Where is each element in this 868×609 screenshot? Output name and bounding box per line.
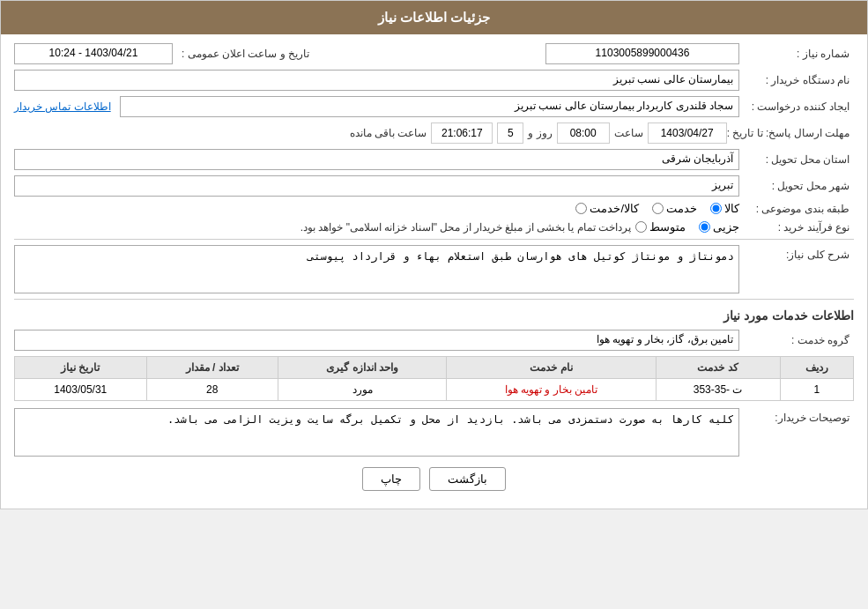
row-namDastgah: نام دستگاه خریدار : بیمارستان عالی نسب ت… [14, 70, 854, 91]
row-mohlat: مهلت ارسال پاسخ: تا تاریخ : 1403/04/27 س… [14, 123, 854, 144]
label-ijadKonande: ایجاد کننده درخواست : [739, 100, 854, 113]
label-tabaqe: طبقه بندی موضوعی : [739, 203, 854, 215]
row-shahr: شهر محل تحویل : تبریز [14, 175, 854, 197]
print-button[interactable]: چاپ [362, 467, 420, 491]
label-mohlat: مهلت ارسال پاسخ: تا تاریخ : [727, 127, 854, 139]
radio-jozee[interactable]: جزیی [699, 220, 739, 234]
table-row: 1 ت -35-353 تامین بخار و تهویه هوا مورد … [15, 379, 854, 401]
label-remain: ساعت باقی مانده [350, 127, 427, 139]
row-tosif: توصیحات خریدار: [14, 408, 854, 457]
value-ostan: آذربایجان شرقی [14, 149, 739, 170]
tabaqe-radio-group: کالا/خدمت خدمت کالا [575, 202, 739, 215]
cell-vahedAndaze: مورد [278, 379, 446, 401]
table-header: ردیف کد خدمت نام خدمت واحد اندازه گیری ت… [15, 357, 854, 379]
cell-tedad: 28 [146, 379, 278, 401]
row-shomareNiaz: شماره نیاز : 1103005899000436 تاریخ و سا… [14, 43, 854, 64]
radio-kalaKhedmat[interactable]: کالا/خدمت [575, 202, 639, 215]
col-tarikhNiaz: تاریخ نیاز [15, 357, 147, 379]
radio-motavasset[interactable]: متوسط [635, 220, 686, 234]
link-contactInfo[interactable]: اطلاعات تماس خریدار [14, 100, 111, 113]
radio-kala[interactable]: کالا [710, 202, 739, 215]
value-groheKhedmat: تامین برق، گاز، بخار و تهویه هوا [14, 330, 739, 351]
row-tabaqe: طبقه بندی موضوعی : کالا/خدمت خدمت کالا [14, 202, 854, 215]
value-saat: 08:00 [557, 123, 610, 144]
divider-2 [14, 299, 854, 300]
label-sharhKoli: شرح کلی نیاز: [739, 245, 854, 261]
textarea-sharhKoli[interactable] [14, 245, 739, 293]
row-sharhKoli: شرح کلی نیاز: [14, 245, 854, 293]
col-vahedAndaze: واحد اندازه گیری [278, 357, 446, 379]
value-shahr: تبریز [14, 175, 739, 197]
col-namKhedmat: نام خدمت [447, 357, 656, 379]
cell-tarikhNiaz: 1403/05/31 [15, 379, 147, 401]
page-title: جزئیات اطلاعات نیاز [378, 10, 490, 25]
row-ijadKonande: ایجاد کننده درخواست : سجاد قلندری کاربرد… [14, 96, 854, 117]
services-table: ردیف کد خدمت نام خدمت واحد اندازه گیری ت… [14, 356, 854, 401]
page-header: جزئیات اطلاعات نیاز [1, 1, 867, 34]
label-shahr: شهر محل تحویل : [739, 180, 854, 192]
cell-namKhedmat: تامین بخار و تهویه هوا [447, 379, 656, 401]
row-groheKhedmat: گروه خدمت : تامین برق، گاز، بخار و تهویه… [14, 330, 854, 351]
label-noeFarayand: نوع فرآیند خرید : [739, 221, 854, 234]
radio-khedmat[interactable]: خدمت [652, 202, 697, 215]
cell-radif: 1 [780, 379, 853, 401]
button-row: بازگشت چاپ [14, 467, 854, 491]
label-shomareNiaz: شماره نیاز : [739, 48, 854, 60]
row-noeFarayand: نوع فرآیند خرید : متوسط جزیی پرداخت تمام… [14, 220, 854, 234]
row-ostan: استان محل تحویل : آذربایجان شرقی [14, 149, 854, 170]
back-button[interactable]: بازگشت [429, 467, 506, 491]
value-namDastgah: بیمارستان عالی نسب تبریز [14, 70, 739, 91]
label-tarikhAelan: تاریخ و ساعت اعلان عمومی : [173, 48, 314, 60]
label-ostan: استان محل تحویل : [739, 153, 854, 166]
value-remain: 21:06:17 [431, 123, 493, 144]
col-radif: ردیف [780, 357, 853, 379]
divider-1 [14, 239, 854, 240]
cell-kodKhedmat: ت -35-353 [656, 379, 780, 401]
value-ijadKonande: سجاد قلندری کاربردار بیمارستان عالی نسب … [120, 96, 739, 117]
col-kodKhedmat: کد خدمت [656, 357, 780, 379]
value-shomareNiaz: 1103005899000436 [545, 43, 739, 64]
label-groheKhedmat: گروه خدمت : [739, 334, 854, 346]
section-title-khadamat: اطلاعات خدمات مورد نیاز [14, 308, 854, 323]
value-rooz: 5 [497, 123, 523, 144]
col-tedad: تعداد / مقدار [146, 357, 278, 379]
label-tosif: توصیحات خریدار: [739, 408, 854, 424]
table-body: 1 ت -35-353 تامین بخار و تهویه هوا مورد … [15, 379, 854, 401]
label-saat: ساعت [614, 127, 643, 139]
label-rooz: روز و [528, 127, 552, 139]
value-tarikhAelan: 1403/04/21 - 10:24 [14, 43, 173, 64]
value-date: 1403/04/27 [648, 123, 727, 144]
label-namDastgah: نام دستگاه خریدار : [739, 74, 854, 86]
textarea-tosif[interactable] [14, 408, 739, 457]
farayand-radio-group: متوسط جزیی [635, 220, 739, 234]
farayand-note: پرداخت تمام یا بخشی از مبلغ خریدار از مح… [14, 221, 635, 234]
